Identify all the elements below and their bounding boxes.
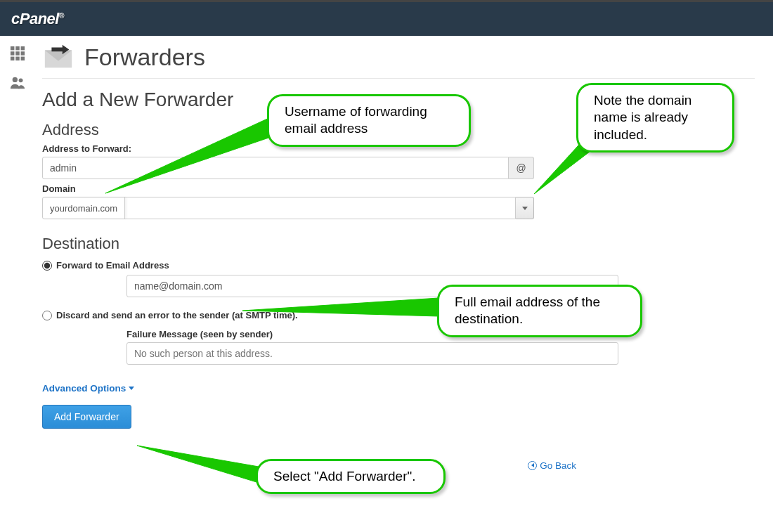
callout-username: Username of forwarding email address xyxy=(267,94,471,147)
callout-submit-pointer xyxy=(0,0,773,532)
callout-submit: Select "Add Forwarder". xyxy=(256,459,446,494)
callout-destination: Full email address of the destination. xyxy=(437,285,642,337)
callout-domain: Note the domain name is already included… xyxy=(576,83,734,153)
